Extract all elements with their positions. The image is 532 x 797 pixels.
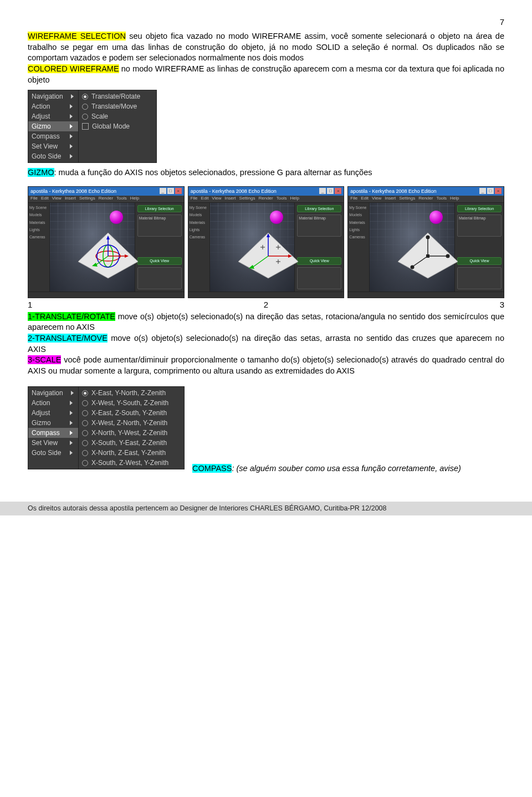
library-selection-button[interactable]: Library Selection xyxy=(137,205,182,212)
menu-tools[interactable]: Tools xyxy=(116,196,127,202)
library-selection-button[interactable]: Library Selection xyxy=(457,205,502,212)
compass-opt-1[interactable]: X-West, Y-South, Z-Zenith xyxy=(79,398,184,408)
quick-view-button[interactable]: Quick View xyxy=(137,257,182,264)
gizmo-opt-translate-move[interactable]: Translate/Move xyxy=(79,101,156,111)
menu-edit[interactable]: Edit xyxy=(41,196,49,202)
compass-opt-6[interactable]: X-North, Z-East, Y-Zenith xyxy=(79,448,184,458)
menu-item-setview[interactable]: Set View xyxy=(28,438,78,448)
menu-item-gizmo[interactable]: Gizmo xyxy=(28,418,78,428)
gizmo-opt-global-mode[interactable]: Global Mode xyxy=(79,121,156,131)
page-footer: Os direitos autorais dessa apostila pert… xyxy=(0,502,532,515)
menu-item-setview[interactable]: Set View xyxy=(28,141,78,151)
maximize-icon[interactable]: □ xyxy=(487,188,494,194)
chevron-right-icon xyxy=(70,154,73,159)
svg-rect-30 xyxy=(426,254,429,258)
gizmo-opt-translate-rotate[interactable]: Translate/Rotate xyxy=(79,91,156,101)
quick-view-button[interactable]: Quick View xyxy=(457,257,502,264)
menu-item-gizmo[interactable]: Gizmo xyxy=(28,121,78,131)
menu-render[interactable]: Render xyxy=(418,196,433,202)
menu-settings[interactable]: Settings xyxy=(399,196,415,202)
menu-render[interactable]: Render xyxy=(99,196,113,202)
hl-colored-wireframe: COLORED WIREFRAME xyxy=(28,64,119,73)
menu-item-gotoside[interactable]: Goto Side xyxy=(28,151,78,161)
chevron-right-icon xyxy=(70,104,73,109)
menu-item-action[interactable]: Action xyxy=(28,101,78,111)
menu-help[interactable]: Help xyxy=(450,196,459,202)
maximize-icon[interactable]: □ xyxy=(167,188,174,194)
radio-icon xyxy=(82,460,88,466)
gizmo-context-menu: Navigation Action Adjust Gizmo Compass S… xyxy=(28,90,157,163)
menu-view[interactable]: View xyxy=(212,196,221,202)
menu-item-gotoside[interactable]: Goto Side xyxy=(28,448,78,458)
close-icon[interactable]: × xyxy=(175,188,182,194)
chevron-right-icon xyxy=(70,134,73,139)
menu-edit[interactable]: Edit xyxy=(361,196,369,202)
minimize-icon[interactable]: _ xyxy=(319,188,326,194)
menu-file[interactable]: File xyxy=(191,196,198,202)
menu-insert[interactable]: Insert xyxy=(225,196,236,202)
menu-insert[interactable]: Insert xyxy=(65,196,76,202)
menubar: FileEditViewInsertSettingsRenderToolsHel… xyxy=(348,196,504,203)
menu-right-col: Translate/Rotate Translate/Move Scale Gl… xyxy=(78,90,156,162)
menu-item-navigation[interactable]: Navigation xyxy=(28,91,78,101)
svg-point-27 xyxy=(426,235,430,239)
menu-tools[interactable]: Tools xyxy=(436,196,447,202)
menu-settings[interactable]: Settings xyxy=(79,196,95,202)
scene-tree[interactable]: My SceneModelsMaterialsLightsCameras xyxy=(188,203,210,292)
chevron-right-icon xyxy=(70,114,73,119)
gizmo-opt-scale[interactable]: Scale xyxy=(79,111,156,121)
menu-settings[interactable]: Settings xyxy=(239,196,255,202)
minimize-icon[interactable]: _ xyxy=(160,188,166,194)
menu-tools[interactable]: Tools xyxy=(277,196,287,202)
menu-help[interactable]: Help xyxy=(290,196,299,202)
svg-point-29 xyxy=(411,265,415,269)
close-icon[interactable]: × xyxy=(335,188,341,194)
menu-item-adjust[interactable]: Adjust xyxy=(28,408,78,418)
sphere-object xyxy=(110,211,123,224)
menu-file[interactable]: File xyxy=(30,196,38,202)
compass-opt-7[interactable]: X-South, Z-West, Y-Zenith xyxy=(79,458,184,468)
checkbox-icon xyxy=(82,123,89,130)
chevron-right-icon xyxy=(70,124,73,129)
material-preview[interactable]: Material Bitmap xyxy=(457,214,502,237)
menu-item-compass[interactable]: Compass xyxy=(28,428,78,438)
menu-view[interactable]: View xyxy=(52,196,62,202)
compass-opt-0[interactable]: X-East, Y-North, Z-Zenith xyxy=(79,388,184,398)
scene-tree[interactable]: My SceneModelsMaterialsLightsCameras xyxy=(28,203,50,292)
paragraph-gizmo: GIZMO: muda a função do AXIS nos objetos… xyxy=(28,167,504,178)
menu-view[interactable]: View xyxy=(372,196,381,202)
chevron-right-icon xyxy=(70,144,73,149)
maximize-icon[interactable]: □ xyxy=(327,188,334,194)
chevron-right-icon xyxy=(70,451,73,455)
quick-view-button[interactable]: Quick View xyxy=(297,257,341,264)
menu-item-navigation[interactable]: Navigation xyxy=(28,388,78,398)
compass-opt-5[interactable]: X-South, Y-East, Z-Zenith xyxy=(79,438,184,448)
menu-help[interactable]: Help xyxy=(130,196,139,202)
compass-note: COMPASS: (se alguém souber como usa essa… xyxy=(192,463,504,474)
compass-opt-2[interactable]: X-East, Z-South, Y-Zenith xyxy=(79,408,184,418)
chevron-right-icon xyxy=(71,94,74,99)
menu-edit[interactable]: Edit xyxy=(201,196,209,202)
scene-tree[interactable]: My SceneModelsMaterialsLightsCameras xyxy=(348,203,370,292)
paragraph-gizmo-opts: 1-TRANSLATE/ROTATE move o(s) objeto(s) s… xyxy=(28,311,504,376)
menu-item-adjust[interactable]: Adjust xyxy=(28,111,78,121)
menu-file[interactable]: File xyxy=(350,196,357,202)
compass-opt-4[interactable]: X-North, Y-West, Z-Zenith xyxy=(79,428,184,438)
viewport[interactable] xyxy=(210,203,295,292)
window-buttons: _□× xyxy=(479,188,502,194)
menu-item-compass[interactable]: Compass xyxy=(28,131,78,141)
menu-item-action[interactable]: Action xyxy=(28,398,78,408)
compass-opt-3[interactable]: X-West, Z-North, Y-Zenith xyxy=(79,418,184,428)
chevron-right-icon xyxy=(70,421,73,425)
material-preview[interactable]: Material Bitmap xyxy=(137,214,182,237)
minimize-icon[interactable]: _ xyxy=(479,188,486,194)
viewport[interactable] xyxy=(50,203,135,292)
viewport[interactable] xyxy=(370,203,454,292)
material-preview[interactable]: Material Bitmap xyxy=(297,214,341,237)
menu-render[interactable]: Render xyxy=(258,196,273,202)
menu-insert[interactable]: Insert xyxy=(385,196,396,202)
chevron-right-icon xyxy=(70,401,73,405)
library-selection-button[interactable]: Library Selection xyxy=(297,205,341,212)
close-icon[interactable]: × xyxy=(495,188,502,194)
text: você pode aumentar/diminuir proporcional… xyxy=(28,355,504,375)
